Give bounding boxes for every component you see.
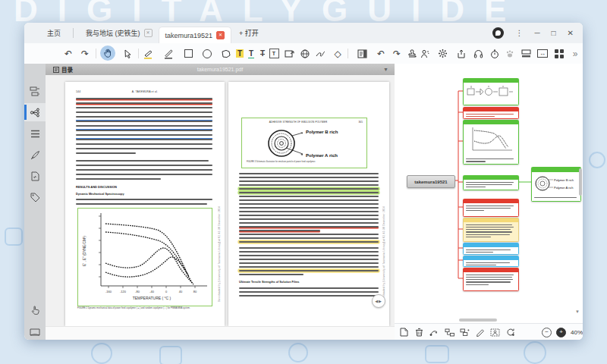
sidebar-annotation-pen-icon[interactable] (24, 146, 46, 164)
open-file-button[interactable]: + 打开 (239, 28, 259, 38)
x-axis-label: TEMPERATURE ( °C ) (133, 296, 171, 300)
mindmap-node-text-blue[interactable] (463, 256, 519, 267)
toolbar-overflow-icon[interactable]: » (568, 47, 582, 60)
mindmap-node-figure-schematic[interactable] (463, 78, 519, 105)
left-sidebar (24, 64, 46, 340)
mindmap-horizontal-scrollbar[interactable] (459, 318, 497, 322)
svg-text:-40: -40 (149, 290, 155, 293)
page-number: 365 (358, 121, 363, 124)
ellipse-tool-icon[interactable] (200, 47, 214, 60)
sidebar-outline-icon[interactable] (24, 82, 46, 100)
screenshot-icon[interactable] (490, 328, 500, 337)
figure-3-caption: FIGURE 3 Schematic illustration for emul… (247, 161, 362, 163)
mindmap-node-figure-chart[interactable] (463, 120, 519, 165)
redo-icon[interactable]: ↷ (78, 47, 92, 60)
pen-icon[interactable] (162, 47, 175, 60)
ai-assistant-icon[interactable] (418, 47, 432, 60)
pdf-canvas[interactable]: 144 A. TAKEMURA et al. RESULTS AND DISCU… (46, 75, 395, 326)
subsection-heading: Ultimate Tensile Strengths of Solution F… (239, 281, 299, 284)
text-box-icon[interactable]: T (267, 47, 281, 60)
mindmap-node-text-green[interactable] (463, 175, 519, 190)
mindmap-node-text-red[interactable] (463, 107, 519, 119)
mindmap-node-text-red[interactable] (463, 268, 519, 291)
mindmap-node-note-yellow[interactable] (463, 218, 519, 242)
maximize-button[interactable]: □ (552, 30, 556, 37)
document-filename: takemura19521.pdf (46, 67, 395, 72)
running-head: ADHESIVE STRENGTH OF EMULSION POLYMER (242, 121, 354, 124)
undo-icon[interactable]: ↶ (61, 47, 75, 60)
chevron-down-icon[interactable]: ▼ (383, 67, 388, 72)
layout-split-icon[interactable] (519, 47, 533, 60)
desktop-doodle (425, 345, 449, 363)
tab-close-icon[interactable]: ✕ (144, 29, 153, 37)
connector-icon[interactable] (429, 328, 439, 337)
mindmap-root-node[interactable]: takemura19521 (407, 175, 455, 188)
stamp-icon[interactable] (405, 47, 419, 60)
image-annotation-icon[interactable] (282, 47, 296, 60)
new-node-icon[interactable] (399, 328, 409, 337)
polymer-b-label: Polymer B rich (306, 130, 338, 134)
mindmap-panel[interactable]: takemura19521 (395, 64, 583, 340)
download-sidenote: Downloaded by [University of Tasmania Li… (382, 112, 385, 302)
timer-icon[interactable] (488, 47, 502, 60)
desktop-doodle (524, 341, 546, 364)
sibling-node-icon[interactable] (460, 328, 470, 337)
figure-3-image: Polymer B rich Polymer A rich (242, 125, 366, 163)
settings-gear-icon[interactable] (436, 47, 449, 60)
fit-width-icon[interactable]: ↔ (536, 47, 549, 60)
web-link-icon[interactable] (298, 47, 312, 60)
mindmap-vertical-scrollbar[interactable] (579, 168, 582, 196)
sidebar-book-icon[interactable] (24, 323, 46, 340)
sidebar-list-icon[interactable] (24, 124, 46, 143)
minimize-button[interactable]: ─ (534, 30, 539, 37)
sidebar-mindmap-icon[interactable] (24, 103, 46, 121)
highlighter-icon[interactable] (141, 47, 155, 60)
paw-icon[interactable] (503, 47, 517, 60)
document-footer (46, 326, 395, 340)
undo-map-icon[interactable]: ↶ (374, 47, 388, 60)
notes-panel-icon[interactable] (355, 47, 369, 60)
desktop-doodle (288, 343, 308, 362)
grid-view-icon[interactable] (552, 47, 566, 60)
figure-3-annotation-box[interactable]: ADHESIVE STRENGTH OF EMULSION POLYMER 36… (241, 118, 367, 168)
hand-tool-icon[interactable] (100, 46, 115, 61)
menu-icon[interactable]: ⋮ (515, 30, 523, 37)
zoom-in-button[interactable]: + (556, 328, 566, 337)
signature-icon[interactable] (314, 47, 328, 60)
mindmap-node-text-blue[interactable] (463, 243, 519, 255)
mindmap-node-text-red[interactable] (463, 199, 519, 217)
tab-document-1[interactable]: 我与地坛 (史铁生) ✕ (80, 23, 159, 43)
tab-home[interactable]: 主页 (41, 28, 67, 38)
rectangle-tool-icon[interactable] (181, 47, 195, 60)
desktop-doodle (589, 152, 605, 168)
read-aloud-icon[interactable] (471, 47, 485, 60)
page-nav-toggle-button[interactable]: ◀▶ (372, 294, 385, 308)
share-export-icon[interactable] (454, 47, 468, 60)
collapse-arrow-icon[interactable]: ▼ (575, 309, 580, 314)
delete-node-icon[interactable] (414, 328, 424, 337)
window-controls: ⋮ ─ □ ✕ (492, 23, 574, 43)
refresh-layout-icon[interactable] (505, 328, 515, 337)
sidebar-document-icon[interactable] (24, 167, 46, 185)
polygon-tool-icon[interactable] (219, 47, 232, 60)
mindmap-node-figure-polymer[interactable]: Polymer B rich Polymer A rich (531, 167, 581, 202)
sidebar-tag-icon[interactable] (24, 188, 46, 206)
node-text-lines (464, 247, 518, 256)
running-head: A. TAKEMURA et al. (65, 90, 225, 93)
figure-2-annotation-box[interactable]: -160 -120 -80 -40 0 40 80 TEMPERATURE ( … (77, 208, 212, 306)
close-button[interactable]: ✕ (568, 30, 574, 37)
sidebar-pointer-icon[interactable] (24, 300, 46, 318)
select-cursor-icon[interactable] (121, 47, 134, 60)
desktop-doodle (159, 346, 182, 364)
notification-icon[interactable] (492, 27, 504, 39)
annotation-toolbar: ↶ ↷ T T T T ◇ (24, 43, 583, 64)
redo-map-icon[interactable]: ↷ (390, 47, 404, 60)
tab-close-icon[interactable]: ✕ (216, 31, 225, 39)
eraser-icon[interactable]: ◇ (331, 47, 344, 60)
edit-style-icon[interactable] (475, 328, 485, 337)
tab-document-2-active[interactable]: takemura19521 ✕ (159, 27, 232, 44)
figure-2-chart: -160 -120 -80 -40 0 40 80 TEMPERATURE ( … (78, 209, 212, 304)
add-child-node-icon[interactable] (445, 328, 454, 337)
svg-text:-120: -120 (120, 290, 127, 293)
zoom-out-button[interactable]: − (542, 328, 552, 337)
